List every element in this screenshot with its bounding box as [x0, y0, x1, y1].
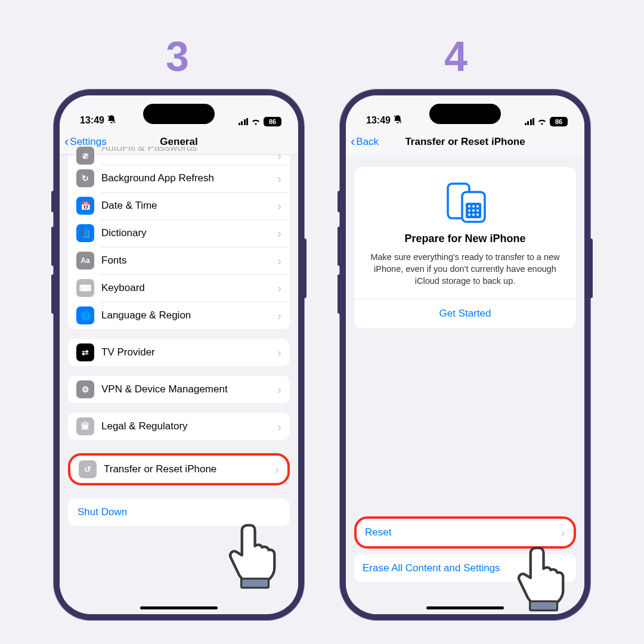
dnd-icon [107, 114, 116, 126]
row-bg-refresh[interactable]: ↻ Background App Refresh › [68, 165, 290, 192]
pointer-hand-icon [514, 541, 580, 613]
chevron-right-icon: › [277, 309, 281, 323]
svg-rect-15 [530, 601, 558, 610]
fonts-icon: Aa [76, 252, 94, 270]
svg-point-10 [476, 209, 479, 212]
row-legal[interactable]: 🏛 Legal & Regulatory › [68, 413, 290, 440]
settings-group-tv: ⇄ TV Provider › [68, 339, 290, 366]
settings-group-vpn: ⚙ VPN & Device Management › [68, 376, 290, 403]
svg-point-9 [472, 209, 475, 212]
svg-point-12 [472, 213, 475, 216]
chevron-right-icon: › [277, 281, 281, 295]
chevron-right-icon: › [277, 383, 281, 397]
cellular-icon [525, 118, 535, 125]
svg-point-7 [476, 205, 479, 208]
autofill-icon: ⎚ [76, 147, 94, 165]
prepare-description: Make sure everything's ready to transfer… [365, 251, 565, 287]
settings-group-transfer: ↺ Transfer or Reset iPhone › [68, 453, 290, 485]
dynamic-island [143, 104, 215, 124]
get-started-button[interactable]: Get Started [365, 299, 565, 328]
home-indicator[interactable] [140, 606, 218, 609]
chevron-right-icon: › [561, 526, 565, 540]
svg-point-5 [468, 205, 470, 208]
row-tv-provider[interactable]: ⇄ TV Provider › [68, 339, 290, 366]
chevron-right-icon: › [277, 254, 281, 268]
certificate-icon: 🏛 [76, 417, 94, 435]
back-button[interactable]: ‹ Back [346, 134, 379, 150]
calendar-icon: 📅 [76, 197, 94, 215]
chevron-right-icon: › [275, 463, 279, 476]
status-time: 13:49 [366, 115, 391, 126]
chevron-right-icon: › [277, 149, 281, 163]
svg-point-13 [476, 213, 479, 216]
row-language[interactable]: 🌐 Language & Region › [68, 302, 290, 329]
book-icon: 📘 [76, 224, 94, 242]
prepare-card: Prepare for New iPhone Make sure everyth… [354, 167, 576, 328]
pointer-hand-icon [225, 519, 291, 590]
battery-icon: 86 [264, 117, 281, 126]
svg-point-11 [468, 213, 470, 216]
cellular-icon [239, 118, 249, 125]
row-keyboard[interactable]: ⌨ Keyboard › [68, 274, 290, 302]
tv-icon: ⇄ [76, 343, 94, 361]
row-transfer-reset[interactable]: ↺ Transfer or Reset iPhone › [70, 456, 287, 483]
svg-point-8 [468, 209, 470, 212]
gear-icon: ⚙ [76, 380, 94, 398]
status-time: 13:49 [80, 115, 104, 126]
chevron-right-icon: › [277, 227, 281, 240]
dynamic-island [429, 104, 501, 124]
phone-frame-4: 13:49 86 ‹ Back Transfer or Reset iPhone [340, 89, 590, 620]
step-number-3: 3 [166, 33, 189, 80]
chevron-left-icon: ‹ [351, 134, 356, 150]
row-vpn[interactable]: ⚙ VPN & Device Management › [68, 376, 290, 403]
row-autofill-partial[interactable]: ⎚ AutoFill & Passwords › [68, 147, 290, 165]
wifi-icon [251, 118, 261, 125]
settings-group-legal: 🏛 Legal & Regulatory › [68, 413, 290, 440]
refresh-icon: ↻ [76, 169, 94, 187]
reset-icon: ↺ [79, 460, 97, 478]
svg-rect-14 [242, 578, 269, 587]
row-fonts[interactable]: Aa Fonts › [68, 247, 290, 274]
row-dictionary[interactable]: 📘 Dictionary › [68, 219, 290, 247]
transfer-devices-icon [365, 181, 565, 224]
chevron-right-icon: › [277, 199, 281, 213]
dnd-icon [393, 114, 402, 126]
nav-bar: ‹ Back Transfer or Reset iPhone [346, 129, 584, 155]
wifi-icon [537, 118, 547, 125]
settings-group-1: ⎚ AutoFill & Passwords › ↻ Background Ap… [68, 147, 290, 329]
svg-point-6 [472, 205, 475, 208]
keyboard-icon: ⌨ [76, 279, 94, 297]
globe-icon: 🌐 [76, 306, 94, 324]
chevron-right-icon: › [277, 420, 281, 434]
chevron-right-icon: › [277, 172, 281, 185]
nav-title: Transfer or Reset iPhone [346, 136, 584, 148]
chevron-right-icon: › [277, 346, 281, 360]
row-date-time[interactable]: 📅 Date & Time › [68, 192, 290, 219]
step-number-4: 4 [444, 33, 467, 80]
prepare-title: Prepare for New iPhone [365, 233, 565, 245]
battery-icon: 86 [550, 117, 568, 126]
home-indicator[interactable] [426, 606, 504, 609]
